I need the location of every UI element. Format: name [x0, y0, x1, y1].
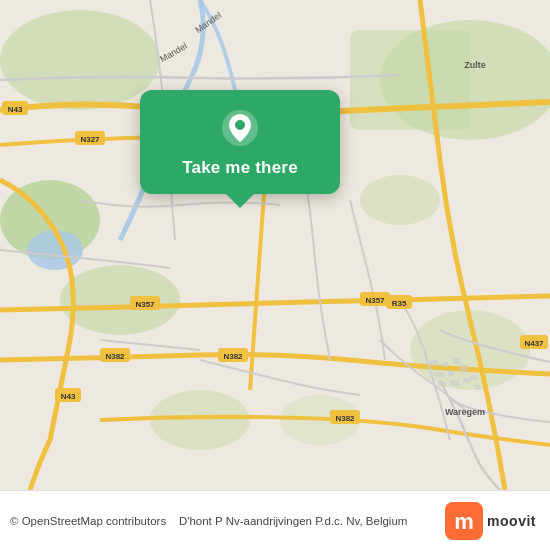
svg-rect-20: [463, 378, 470, 383]
svg-point-1: [0, 10, 160, 110]
moovit-logo: m moovit: [445, 502, 536, 540]
svg-rect-13: [453, 358, 460, 364]
svg-rect-17: [470, 375, 477, 380]
attribution-text: © OpenStreetMap contributors D'hont P Nv…: [10, 515, 407, 527]
svg-text:N357: N357: [135, 300, 155, 309]
svg-text:Zulte: Zulte: [464, 60, 486, 70]
svg-text:N382: N382: [223, 352, 243, 361]
location-name: D'hont P Nv-aandrijvingen P.d.c. Nv, Bel…: [179, 515, 407, 527]
svg-rect-21: [475, 385, 481, 390]
bottom-bar: © OpenStreetMap contributors D'hont P Nv…: [0, 490, 550, 550]
moovit-icon: m: [445, 502, 483, 540]
svg-point-4: [60, 265, 180, 335]
popup-label: Take me there: [182, 158, 298, 178]
svg-text:N382: N382: [335, 414, 355, 423]
svg-text:Waregem: Waregem: [445, 407, 485, 417]
svg-text:N43: N43: [61, 392, 76, 401]
svg-text:N327: N327: [80, 135, 100, 144]
svg-point-10: [27, 230, 83, 270]
svg-text:N382: N382: [105, 352, 125, 361]
osm-attribution: © OpenStreetMap contributors: [10, 515, 166, 527]
svg-point-47: [235, 120, 245, 130]
svg-text:R35: R35: [392, 299, 407, 308]
map: N327 N357 N357 N382 N382 N382 N43 N43 N4…: [0, 0, 550, 490]
svg-point-6: [360, 175, 440, 225]
svg-rect-11: [430, 360, 438, 366]
svg-text:N43: N43: [8, 105, 23, 114]
svg-point-7: [150, 390, 250, 450]
svg-rect-12: [442, 362, 448, 367]
location-pin-icon: [220, 108, 260, 148]
svg-text:N437: N437: [524, 339, 544, 348]
svg-rect-19: [450, 380, 459, 386]
svg-rect-15: [448, 370, 454, 376]
svg-text:m: m: [454, 509, 474, 534]
svg-rect-16: [460, 365, 468, 372]
take-me-there-popup[interactable]: Take me there: [140, 90, 340, 194]
svg-text:N357: N357: [365, 296, 385, 305]
moovit-text: moovit: [487, 513, 536, 529]
svg-rect-14: [435, 372, 444, 377]
svg-rect-5: [350, 30, 470, 130]
svg-rect-18: [438, 382, 446, 387]
